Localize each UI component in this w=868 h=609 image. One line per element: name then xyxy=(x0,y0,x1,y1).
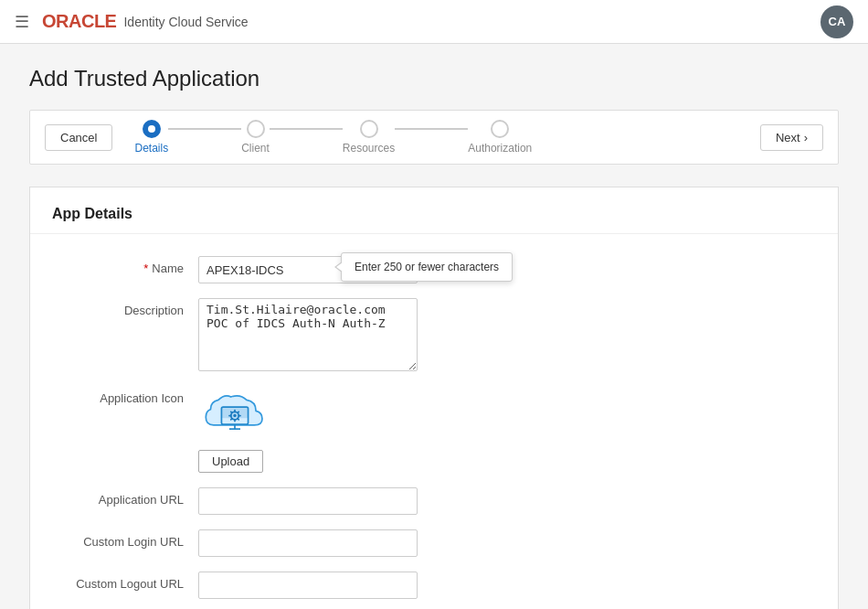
description-label: Description xyxy=(52,298,198,317)
step-resources-label: Resources xyxy=(343,142,395,155)
description-row: Description Tim.St.Hilaire@oracle.com PO… xyxy=(30,291,838,379)
page-title: Add Trusted Application xyxy=(29,66,839,91)
app-url-input[interactable] xyxy=(198,487,418,515)
upload-button[interactable]: Upload xyxy=(198,450,263,473)
main-content: Add Trusted Application Cancel Details C… xyxy=(0,44,868,609)
oracle-logo: ORACLE Identity Cloud Service xyxy=(42,11,249,32)
wizard-bar: Cancel Details Client Resources xyxy=(29,110,839,165)
app-icon-row: Application Icon Uploa xyxy=(30,379,838,480)
svg-line-10 xyxy=(238,411,238,412)
app-url-label: Application URL xyxy=(52,487,198,507)
name-tooltip: Enter 250 or fewer characters xyxy=(341,252,513,282)
custom-login-label: Custom Login URL xyxy=(52,529,198,549)
step-connector-2 xyxy=(270,128,343,130)
app-url-row: Application URL xyxy=(30,480,838,522)
next-button[interactable]: Next › xyxy=(760,124,823,151)
form-section-title: App Details xyxy=(30,206,838,234)
svg-line-11 xyxy=(231,419,232,420)
cancel-button[interactable]: Cancel xyxy=(45,124,112,151)
step-details-label: Details xyxy=(134,142,168,155)
step-authorization[interactable]: Authorization xyxy=(468,120,532,155)
step-client-circle xyxy=(247,120,265,138)
step-resources[interactable]: Resources xyxy=(343,120,395,155)
step-authorization-circle xyxy=(491,120,509,138)
avatar[interactable]: CA xyxy=(820,5,853,38)
next-chevron-icon: › xyxy=(804,131,808,144)
app-icon-label: Application Icon xyxy=(52,386,198,405)
name-label: *Name xyxy=(52,256,198,275)
menu-icon[interactable]: ☰ xyxy=(15,12,29,32)
steps-container: Details Client Resources Authorization xyxy=(134,120,737,155)
custom-login-row: Custom Login URL xyxy=(30,522,838,564)
step-details-circle xyxy=(143,120,161,138)
cloud-app-icon xyxy=(198,386,271,441)
step-details[interactable]: Details xyxy=(134,120,168,155)
svg-line-9 xyxy=(238,419,238,420)
custom-logout-input[interactable] xyxy=(198,572,418,599)
header: ☰ ORACLE Identity Cloud Service CA xyxy=(0,0,868,44)
name-required: * xyxy=(143,262,148,275)
step-connector-3 xyxy=(395,128,468,130)
svg-line-8 xyxy=(231,411,232,412)
form-section: App Details *Name Enter 250 or fewer cha… xyxy=(29,187,839,609)
step-connector-1 xyxy=(168,128,241,130)
step-resources-circle xyxy=(360,120,378,138)
custom-logout-label: Custom Logout URL xyxy=(52,572,198,591)
description-input[interactable]: Tim.St.Hilaire@oracle.com POC of IDCS Au… xyxy=(198,298,418,371)
custom-login-input[interactable] xyxy=(198,529,418,557)
oracle-service-name: Identity Cloud Service xyxy=(123,15,248,29)
step-authorization-label: Authorization xyxy=(468,142,532,155)
step-client-label: Client xyxy=(241,142,270,155)
app-icon-area: Upload xyxy=(198,386,271,473)
svg-point-3 xyxy=(233,414,236,417)
oracle-wordmark: ORACLE xyxy=(42,11,116,32)
next-button-label: Next xyxy=(776,131,800,144)
name-row: *Name Enter 250 or fewer characters xyxy=(30,249,838,291)
custom-logout-row: Custom Logout URL xyxy=(30,564,838,606)
step-client[interactable]: Client xyxy=(241,120,270,155)
